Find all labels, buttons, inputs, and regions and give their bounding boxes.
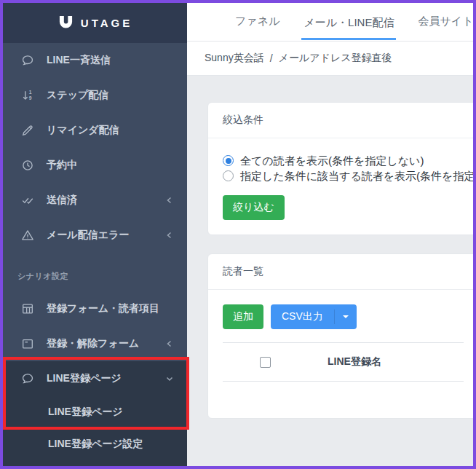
chevron-left-icon (165, 196, 174, 205)
table-header-row: LINE登録名 (223, 343, 464, 382)
sidebar-subitem-label: LINE登録ページ設定 (48, 438, 143, 451)
utage-logo-icon (57, 15, 74, 31)
sidebar-item-mail-error[interactable]: メール配信エラー (3, 218, 187, 253)
readers-panel: 読者一覧 追加 CSV出力 (207, 253, 473, 419)
pencil-icon (20, 123, 35, 138)
comment-icon (20, 371, 35, 386)
sidebar-item-sent[interactable]: 送信済 (3, 183, 187, 218)
double-check-icon (20, 193, 35, 208)
csv-export-dropdown-toggle[interactable] (334, 310, 357, 324)
sidebar-item-label: LINE一斉送信 (47, 54, 111, 67)
breadcrumb-scenario[interactable]: Sunny英会話 (205, 52, 264, 65)
sidebar-subitem-label: LINE登録ページ (48, 406, 123, 419)
sidebar-item-label: ステップ配信 (47, 89, 108, 102)
radio-option-filtered-readers[interactable]: 指定した条件に該当する読者を表示(条件を指定する) (223, 168, 464, 184)
csv-export-button[interactable]: CSV出力 (271, 304, 334, 329)
filter-panel-title: 絞込条件 (208, 103, 473, 138)
sidebar-section-scenario-settings: シナリオ設定 (3, 253, 187, 291)
sidebar-item-line-broadcast[interactable]: LINE一斉送信 (3, 43, 187, 78)
svg-text:9: 9 (29, 95, 32, 100)
radio-label: 指定した条件に該当する読者を表示(条件を指定する) (240, 168, 473, 184)
tab-funnel[interactable]: ファネル (233, 3, 282, 41)
sidebar-item-line-registration-page[interactable]: LINE登録ページ (3, 361, 187, 396)
caret-down-icon (343, 315, 349, 318)
sidebar-item-registration-form-fields[interactable]: 登録フォーム・読者項目 (3, 291, 187, 326)
filter-submit-button[interactable]: 絞り込む (223, 195, 285, 220)
tab-member-site[interactable]: 会員サイト (416, 3, 475, 41)
clock-icon (20, 158, 35, 173)
csv-export-split-button: CSV出力 (271, 304, 357, 329)
top-navigation: ファネル メール・LINE配信 会員サイト (187, 3, 473, 42)
sidebar-item-label: LINE登録ページ (47, 372, 122, 385)
comment-icon (20, 53, 35, 68)
breadcrumb-separator: / (270, 52, 273, 64)
chevron-left-icon (165, 231, 174, 240)
readers-panel-title: 読者一覧 (208, 254, 473, 290)
logo[interactable]: UTAGE (3, 3, 187, 43)
sidebar-item-label: 登録フォーム・読者項目 (47, 302, 159, 315)
sidebar-item-label: 送信済 (47, 194, 77, 207)
sort-numeric-icon: 1 9 (20, 88, 35, 103)
sidebar-subitem-line-registration-page[interactable]: LINE登録ページ (3, 396, 187, 428)
add-button[interactable]: 追加 (223, 304, 263, 329)
sidebar-item-register-unsubscribe-form[interactable]: 登録・解除フォーム (3, 326, 187, 361)
radio-selected-icon[interactable] (223, 155, 234, 166)
main-area: ファネル メール・LINE配信 会員サイト Sunny英会話 / メールアドレス… (187, 3, 473, 466)
warning-icon (20, 228, 35, 243)
sidebar-group-line-registration-page: LINE登録ページ LINE登録ページ LINE登録ページ設定 (3, 361, 187, 466)
chevron-left-icon (165, 339, 174, 348)
select-all-checkbox[interactable] (260, 357, 271, 368)
sidebar-item-reminder-delivery[interactable]: リマインダ配信 (3, 113, 187, 148)
logo-text: UTAGE (81, 17, 132, 29)
table-icon (20, 302, 35, 316)
chevron-down-icon (165, 374, 174, 383)
filter-panel: 絞込条件 全ての読者を表示(条件を指定しない) 指定した条件に該当する読者を表示… (207, 102, 473, 235)
sidebar: UTAGE LINE一斉送信 1 9 ステップ配信 (3, 3, 187, 466)
sidebar-item-label: 予約中 (47, 159, 77, 172)
radio-unselected-icon[interactable] (223, 170, 234, 181)
readers-table: LINE登録名 (223, 342, 464, 403)
column-header-line-name: LINE登録名 (307, 355, 402, 368)
form-icon (20, 336, 35, 351)
sidebar-item-label: メール配信エラー (47, 229, 129, 242)
tab-mail-line-delivery[interactable]: メール・LINE配信 (301, 4, 396, 40)
breadcrumb-page: メールアドレス登録直後 (279, 52, 392, 65)
content-area: 絞込条件 全ての読者を表示(条件を指定しない) 指定した条件に該当する読者を表示… (187, 76, 473, 466)
sidebar-subitem-line-registration-page-settings[interactable]: LINE登録ページ設定 (3, 428, 187, 460)
radio-option-all-readers[interactable]: 全ての読者を表示(条件を指定しない) (223, 153, 464, 168)
app-window: UTAGE LINE一斉送信 1 9 ステップ配信 (0, 0, 476, 469)
sidebar-item-label: リマインダ配信 (47, 124, 119, 137)
breadcrumb: Sunny英会話 / メールアドレス登録直後 (187, 42, 473, 76)
sidebar-item-scheduled[interactable]: 予約中 (3, 148, 187, 183)
svg-text:1: 1 (29, 90, 32, 95)
radio-label: 全ての読者を表示(条件を指定しない) (240, 153, 424, 168)
sidebar-item-label: 登録・解除フォーム (47, 337, 139, 350)
sidebar-item-step-delivery[interactable]: 1 9 ステップ配信 (3, 78, 187, 113)
